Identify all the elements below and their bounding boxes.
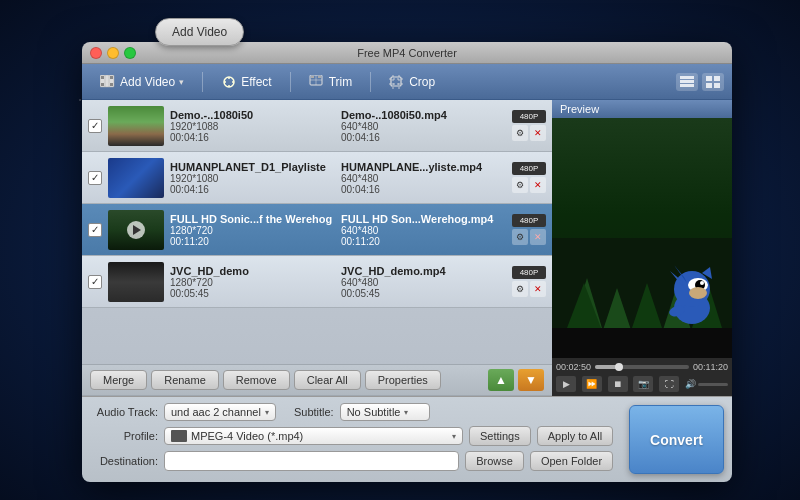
browse-button[interactable]: Browse	[465, 451, 524, 471]
audio-arrow-icon: ▾	[265, 408, 269, 417]
remove-button[interactable]: Remove	[223, 370, 290, 390]
preview-video	[552, 118, 732, 358]
file-output-info-2: HUMANPLANE...yliste.mp4 640*480 00:04:16	[341, 161, 506, 195]
file-checkbox-3[interactable]	[88, 223, 102, 237]
file-output-info-3: FULL HD Son...Werehog.mp4 640*480 00:11:…	[341, 213, 506, 247]
main-window: Free MP4 Converter + Add Video ▾	[82, 42, 732, 482]
file-controls-4: 480P ⚙ ✕	[512, 266, 546, 297]
svg-rect-28	[706, 83, 712, 88]
sonic-character	[662, 263, 722, 333]
file-settings-btn-3[interactable]: ⚙	[512, 229, 528, 245]
file-checkbox-2[interactable]	[88, 171, 102, 185]
action-bar: Merge Rename Remove Clear All Properties…	[82, 364, 552, 396]
toolbar-right	[676, 73, 724, 91]
properties-button[interactable]: Properties	[365, 370, 441, 390]
subtitle-value: No Subtitle	[347, 406, 401, 418]
merge-button[interactable]: Merge	[90, 370, 147, 390]
fullscreen-button[interactable]: ⛶	[659, 376, 679, 392]
snapshot-button[interactable]: 📷	[633, 376, 653, 392]
fast-forward-button[interactable]: ⏩	[582, 376, 602, 392]
film-icon: +	[100, 75, 116, 89]
volume-icon: 🔊	[685, 379, 696, 389]
file-controls-2: 480P ⚙ ✕	[512, 162, 546, 193]
thumb-planet-2	[108, 158, 164, 198]
thumb-mountains-1	[108, 106, 164, 146]
move-down-button[interactable]: ▼	[518, 369, 544, 391]
file-controls-3: 480P ⚙ ✕	[512, 214, 546, 245]
bottom-convert-area: Convert	[621, 397, 732, 482]
crop-button[interactable]: Crop	[379, 71, 445, 93]
file-item-4[interactable]: JVC_HD_demo 1280*720 00:05:45 JVC_HD_dem…	[82, 256, 552, 308]
file-item-3[interactable]: FULL HD Sonic...f the Werehog 1280*720 0…	[82, 204, 552, 256]
volume-area: 🔊	[685, 379, 728, 389]
file-res-4: 1280*720	[170, 277, 335, 288]
svg-rect-14	[311, 76, 314, 78]
file-checkbox-4[interactable]	[88, 275, 102, 289]
file-item-2[interactable]: HUMANPLANET_D1_Playliste 1920*1080 00:04…	[82, 152, 552, 204]
file-name-4: JVC_HD_demo	[170, 265, 335, 277]
file-settings-btn-1[interactable]: ⚙	[512, 125, 528, 141]
audio-row: Audio Track: und aac 2 channel ▾ Subtitl…	[90, 403, 613, 421]
file-action-btns-4: ⚙ ✕	[512, 281, 546, 297]
open-folder-button[interactable]: Open Folder	[530, 451, 613, 471]
time-start: 00:02:50	[556, 362, 591, 372]
format-badge-1: 480P	[512, 110, 546, 123]
file-output-info-1: Demo-..1080i50.mp4 640*480 00:04:16	[341, 109, 506, 143]
file-delete-btn-2[interactable]: ✕	[530, 177, 546, 193]
clear-all-button[interactable]: Clear All	[294, 370, 361, 390]
nav-buttons: ▲ ▼	[488, 369, 544, 391]
settings-button[interactable]: Settings	[469, 426, 531, 446]
file-info-3: FULL HD Sonic...f the Werehog 1280*720 0…	[170, 213, 335, 247]
file-delete-btn-1[interactable]: ✕	[530, 125, 546, 141]
svg-point-46	[689, 287, 707, 299]
add-video-label: Add Video	[120, 75, 175, 89]
volume-track[interactable]	[698, 383, 728, 386]
trim-label: Trim	[329, 75, 353, 89]
file-info-4: JVC_HD_demo 1280*720 00:05:45	[170, 265, 335, 299]
file-delete-btn-3[interactable]: ✕	[530, 229, 546, 245]
file-action-btns-2: ⚙ ✕	[512, 177, 546, 193]
close-button[interactable]	[90, 47, 102, 59]
toolbar: + Add Video ▾ Effect	[82, 64, 732, 100]
format-badge-2: 480P	[512, 162, 546, 175]
audio-track-value: und aac 2 channel	[171, 406, 261, 418]
minimize-button[interactable]	[107, 47, 119, 59]
grid-view-icon	[706, 76, 720, 88]
file-settings-btn-2[interactable]: ⚙	[512, 177, 528, 193]
effect-button[interactable]: Effect	[211, 71, 281, 93]
stop-button[interactable]: ⏹	[608, 376, 628, 392]
file-checkbox-1[interactable]	[88, 119, 102, 133]
effect-label: Effect	[241, 75, 271, 89]
audio-track-label: Audio Track:	[90, 406, 158, 418]
file-controls-1: 480P ⚙ ✕	[512, 110, 546, 141]
svg-rect-1	[101, 76, 104, 79]
add-video-floating-button[interactable]: Add Video	[155, 18, 244, 46]
file-item-1[interactable]: Demo.-..1080i50 1920*1088 00:04:16 Demo-…	[82, 100, 552, 152]
maximize-button[interactable]	[124, 47, 136, 59]
format-badge-3: 480P	[512, 214, 546, 227]
file-settings-btn-4[interactable]: ⚙	[512, 281, 528, 297]
audio-track-select[interactable]: und aac 2 channel ▾	[164, 403, 276, 421]
play-button[interactable]: ▶	[556, 376, 576, 392]
time-bar: 00:02:50 00:11:20	[556, 362, 728, 372]
add-video-button[interactable]: + Add Video ▾	[90, 71, 194, 93]
sonic-scene	[552, 118, 732, 358]
play-circle-3	[127, 221, 145, 239]
destination-input[interactable]	[164, 451, 459, 471]
file-action-btns-1: ⚙ ✕	[512, 125, 546, 141]
subtitle-select[interactable]: No Subtitle ▾	[340, 403, 430, 421]
move-up-button[interactable]: ▲	[488, 369, 514, 391]
file-res-2: 1920*1080	[170, 173, 335, 184]
svg-rect-25	[680, 84, 694, 87]
file-duration-2: 00:04:16	[170, 184, 335, 195]
convert-button[interactable]: Convert	[629, 405, 724, 474]
thumb-jvc-4	[108, 262, 164, 302]
apply-to-all-button[interactable]: Apply to All	[537, 426, 613, 446]
list-view-button[interactable]	[676, 73, 698, 91]
profile-select[interactable]: MPEG-4 Video (*.mp4) ▾	[164, 427, 463, 445]
rename-button[interactable]: Rename	[151, 370, 219, 390]
progress-track[interactable]	[595, 365, 689, 369]
grid-view-button[interactable]	[702, 73, 724, 91]
trim-button[interactable]: Trim	[299, 71, 363, 93]
file-delete-btn-4[interactable]: ✕	[530, 281, 546, 297]
